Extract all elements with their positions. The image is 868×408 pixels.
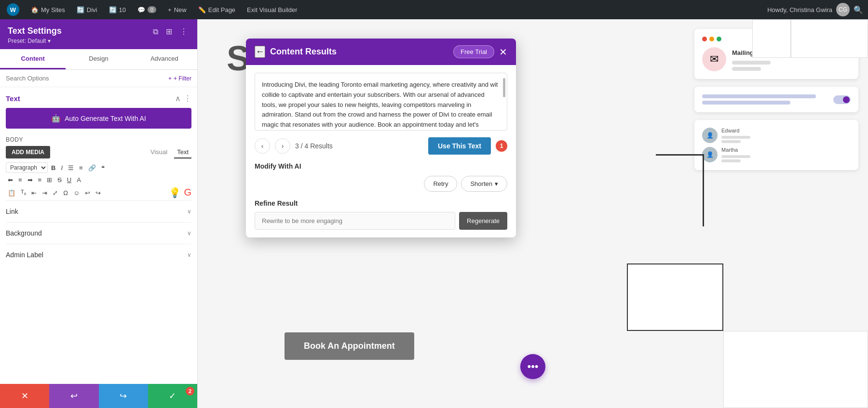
sidebar-search-bar: + + Filter: [0, 70, 197, 87]
fullscreen-btn[interactable]: ⤢: [51, 188, 60, 198]
edit-page-btn[interactable]: ✏️ Edit Page: [196, 0, 237, 19]
result-count: 3 / 4 Results: [295, 142, 423, 150]
indent-inc-btn[interactable]: ⇥: [40, 188, 49, 198]
emoji-btn[interactable]: ☺: [71, 188, 81, 198]
section-collapse-btn[interactable]: ∧: [175, 94, 181, 103]
underline-btn[interactable]: U: [65, 175, 73, 185]
user-edward-line2: [721, 140, 741, 143]
tab-content[interactable]: Content: [0, 49, 66, 69]
clear-format-btn[interactable]: Tx: [19, 187, 28, 197]
save-button[interactable]: ✓ 2: [148, 384, 197, 408]
link-section[interactable]: Link ∨: [6, 200, 191, 222]
ordered-list-btn[interactable]: ≡: [77, 163, 85, 173]
use-this-text-button[interactable]: Use This Text: [428, 137, 491, 155]
floating-action-button[interactable]: •••: [520, 354, 545, 379]
shorten-label: Shorten: [470, 180, 492, 187]
toggle-switch[interactable]: [833, 95, 851, 104]
chevron-left-icon: ‹: [261, 142, 264, 150]
users-widget: 👤 Edward 👤 Martha: [694, 120, 858, 170]
bottom-right-box: [723, 331, 868, 408]
quote-btn[interactable]: ❝: [99, 163, 107, 173]
paste-btn[interactable]: 📋: [6, 188, 17, 198]
my-sites-menu[interactable]: 🏠 My Sites: [29, 0, 67, 19]
justify-btn[interactable]: ≡: [36, 175, 44, 185]
save-badge: 2: [186, 387, 194, 395]
text-view-tab[interactable]: Text: [174, 146, 191, 158]
preset-dropdown[interactable]: Preset: Default ▾: [8, 38, 62, 44]
comments-bubble[interactable]: 💬 0: [136, 0, 158, 19]
user-avatar-martha: 👤: [702, 147, 718, 162]
chevron-down-icon: ▾: [48, 38, 51, 44]
user-row-martha: 👤 Martha: [702, 147, 851, 162]
free-trial-button[interactable]: Free Trial: [453, 45, 494, 58]
text-section-header: Text ∧ ⋮: [6, 94, 191, 103]
more-btn[interactable]: ⋮: [178, 26, 190, 37]
comments-menu[interactable]: 🔄 10: [107, 0, 128, 19]
filter-button[interactable]: + + Filter: [168, 75, 191, 82]
search-icon[interactable]: 🔍: [854, 5, 863, 14]
indent-dec-btn[interactable]: ⇤: [29, 188, 39, 198]
modal-back-button[interactable]: ←: [255, 46, 265, 58]
section-more-btn[interactable]: ⋮: [184, 94, 191, 103]
modify-with-ai-section: Modify With AI Retry Shorten ▾: [255, 162, 507, 192]
prev-result-button[interactable]: ‹: [255, 138, 270, 154]
redo-editor-btn[interactable]: ↪: [94, 188, 103, 198]
sidebar-content: Text ∧ ⋮ 🤖 Auto Generate Text With AI Bo…: [0, 87, 197, 384]
user-menu[interactable]: Howdy, Christina Gwira CG 🔍: [767, 3, 863, 16]
refine-input[interactable]: [255, 212, 455, 230]
retry-button[interactable]: Retry: [424, 176, 457, 192]
unordered-list-btn[interactable]: ☰: [66, 163, 76, 173]
link-label: Link: [6, 208, 18, 215]
add-media-button[interactable]: ADD MEDIA: [6, 146, 50, 158]
strikethrough-btn[interactable]: S: [55, 175, 64, 185]
content-results-modal: ← Content Results Free Trial ✕ Introduci…: [246, 39, 516, 237]
table-btn[interactable]: ⊞: [45, 175, 54, 185]
cancel-button[interactable]: ✕: [0, 384, 49, 408]
divi-menu[interactable]: 🔄 Divi: [75, 0, 99, 19]
result-text-area: Introducing Divi, the leading Toronto em…: [255, 73, 507, 131]
new-menu[interactable]: + New: [166, 0, 189, 19]
regenerate-button[interactable]: Regenerate: [459, 212, 507, 230]
scrollbar-thumb[interactable]: [503, 78, 505, 97]
italic-btn[interactable]: I: [59, 163, 65, 173]
undo-button[interactable]: ↩: [49, 384, 98, 408]
ai-icon: 🤖: [51, 114, 61, 123]
admin-label-section[interactable]: Admin Label ∨: [6, 244, 191, 265]
modal-close-button[interactable]: ✕: [499, 46, 507, 58]
shorten-button[interactable]: Shorten ▾: [461, 176, 507, 192]
sidebar-tabs: Content Design Advanced: [0, 49, 197, 70]
align-right-btn[interactable]: ➡: [26, 175, 35, 185]
user-edward-line: [721, 136, 750, 139]
refresh-icon: 🔄: [109, 6, 117, 13]
next-result-button[interactable]: ›: [275, 138, 290, 154]
edit-page-label: Edit Page: [208, 6, 235, 13]
modal-body: Introducing Divi, the leading Toronto em…: [246, 65, 516, 237]
visual-view-tab[interactable]: Visual: [148, 146, 170, 158]
align-left-btn[interactable]: ⬅: [6, 175, 15, 185]
search-input[interactable]: [6, 75, 164, 82]
new-label: New: [174, 6, 187, 13]
user-edward-name: Edward: [721, 128, 750, 133]
modal-title: Content Results: [270, 47, 337, 57]
cancel-icon: ✕: [21, 391, 28, 401]
result-navigation-row: ‹ › 3 / 4 Results Use This Text 1: [255, 137, 507, 155]
wordpress-icon[interactable]: W: [5, 0, 21, 19]
redo-button[interactable]: ↪: [99, 384, 148, 408]
exit-builder-btn[interactable]: Exit Visual Builder: [245, 0, 299, 19]
background-section[interactable]: Background ∨: [6, 222, 191, 244]
align-center-btn[interactable]: ≡: [16, 175, 24, 185]
undo-icon: ↩: [70, 391, 78, 401]
link-btn[interactable]: 🔗: [86, 163, 98, 173]
comment-badge: 0: [148, 6, 156, 13]
plus-icon: +: [168, 6, 172, 13]
tab-advanced[interactable]: Advanced: [132, 49, 197, 69]
tab-design[interactable]: Design: [66, 49, 131, 69]
auto-generate-ai-button[interactable]: 🤖 Auto Generate Text With AI: [6, 108, 191, 129]
color-btn[interactable]: A: [75, 175, 83, 185]
undo-editor-btn[interactable]: ↩: [83, 188, 92, 198]
copy-btn[interactable]: ⧉: [151, 26, 160, 37]
grid-btn[interactable]: ⊞: [164, 26, 174, 37]
paragraph-select[interactable]: Paragraph: [6, 162, 48, 173]
special-char-btn[interactable]: Ω: [61, 188, 70, 198]
bold-btn[interactable]: B: [49, 163, 57, 173]
